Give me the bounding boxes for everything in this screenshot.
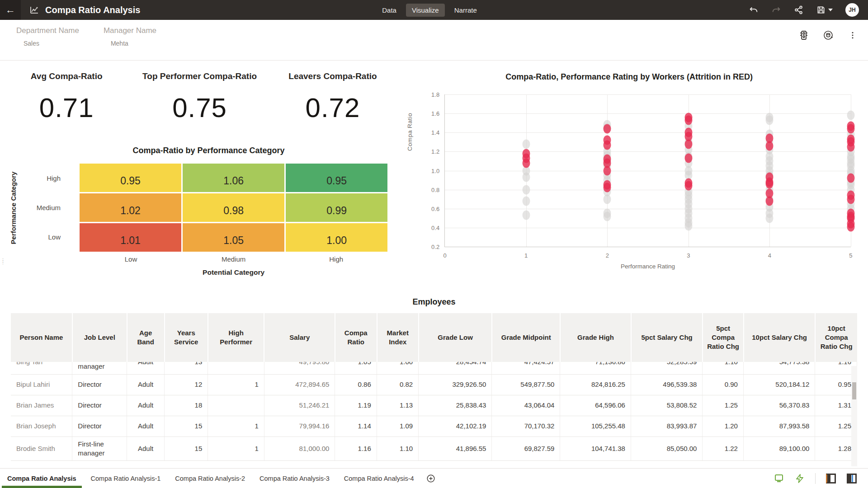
table-cell[interactable]: Brian James bbox=[11, 395, 72, 416]
attrition-dot[interactable] bbox=[766, 196, 774, 206]
table-cell[interactable]: Adult bbox=[127, 362, 165, 374]
table-cell[interactable]: Brian Joseph bbox=[11, 416, 72, 436]
table-cell[interactable]: 0.90 bbox=[703, 374, 744, 395]
table-scrollbar-thumb[interactable] bbox=[852, 382, 856, 399]
table-cell[interactable]: 41,896.55 bbox=[419, 436, 492, 461]
table-column-header[interactable]: Job Level bbox=[72, 313, 127, 362]
worker-dot[interactable] bbox=[522, 173, 530, 182]
canvas-tab[interactable]: Compa Ratio Analysis-4 bbox=[337, 469, 421, 488]
mode-tab-data[interactable]: Data bbox=[376, 4, 402, 17]
table-cell[interactable]: 51,246.21 bbox=[264, 395, 335, 416]
table-column-header[interactable]: Grade Low bbox=[419, 313, 492, 362]
canvas-tab[interactable]: Compa Ratio Analysis bbox=[0, 469, 84, 488]
share-icon[interactable] bbox=[794, 5, 804, 15]
table-cell[interactable]: 496,539.38 bbox=[631, 374, 702, 395]
filter-chip[interactable]: Manager Name Mehta bbox=[104, 26, 156, 47]
attrition-dot[interactable] bbox=[684, 181, 692, 191]
table-cell[interactable]: Adult bbox=[127, 374, 165, 395]
table-cell[interactable]: 1.25 bbox=[815, 416, 857, 436]
canvas-tab[interactable]: Compa Ratio Analysis-3 bbox=[252, 469, 337, 488]
table-cell[interactable]: Director bbox=[72, 395, 127, 416]
worker-dot[interactable] bbox=[766, 115, 774, 125]
table-cell[interactable]: 1.16 bbox=[815, 362, 857, 374]
heatmap-cell[interactable]: 0.95 bbox=[286, 164, 387, 192]
mode-tab-visualize[interactable]: Visualize bbox=[406, 4, 445, 17]
table-cell[interactable]: 25,838.43 bbox=[419, 395, 492, 416]
table-cell[interactable]: Director bbox=[72, 374, 127, 395]
attrition-dot[interactable] bbox=[847, 174, 854, 183]
worker-dot[interactable] bbox=[684, 221, 692, 230]
table-cell[interactable]: 79,994.16 bbox=[264, 416, 335, 436]
table-cell[interactable]: 15 bbox=[165, 416, 208, 436]
table-cell[interactable]: 70,170.32 bbox=[492, 416, 560, 436]
table-cell[interactable]: 0.95 bbox=[815, 374, 857, 395]
refresh-data-icon[interactable] bbox=[823, 30, 834, 41]
heatmap-cell[interactable]: 0.95 bbox=[80, 164, 181, 192]
table-cell[interactable]: 1.31 bbox=[815, 395, 857, 416]
table-cell[interactable]: 1.10 bbox=[377, 436, 418, 461]
attrition-dot[interactable] bbox=[847, 222, 854, 231]
table-cell[interactable]: 15 bbox=[165, 436, 208, 461]
table-cell[interactable] bbox=[208, 395, 264, 416]
worker-dot[interactable] bbox=[522, 185, 530, 194]
table-cell[interactable]: 56,370.83 bbox=[743, 395, 815, 416]
heatmap-cell[interactable]: 0.99 bbox=[286, 193, 387, 222]
heatmap-visual[interactable]: Compa-Ratio by Performance Category Perf… bbox=[0, 146, 399, 277]
table-cell[interactable]: 1.28 bbox=[815, 436, 857, 461]
canvas-resize-handle[interactable]: ⋮⋮ bbox=[0, 259, 3, 263]
table-cell[interactable]: 47,424.57 bbox=[492, 362, 560, 374]
attrition-dot[interactable] bbox=[766, 141, 774, 150]
table-cell[interactable]: 329,926.50 bbox=[419, 374, 492, 395]
table-cell[interactable]: 64,596.06 bbox=[560, 395, 631, 416]
layout-left-panel-icon[interactable] bbox=[826, 473, 836, 484]
heatmap-cell[interactable]: 0.98 bbox=[183, 193, 284, 222]
table-cell[interactable]: 1.13 bbox=[377, 395, 418, 416]
table-column-header[interactable]: 5pct Salary Chg bbox=[631, 313, 703, 362]
table-cell[interactable]: 520,184.12 bbox=[743, 374, 815, 395]
worker-dot[interactable] bbox=[522, 196, 530, 206]
worker-dot[interactable] bbox=[766, 213, 774, 223]
table-cell[interactable]: 83,993.87 bbox=[631, 416, 702, 436]
table-cell[interactable]: Director bbox=[72, 416, 127, 436]
table-cell[interactable]: 549,877.50 bbox=[492, 374, 560, 395]
table-cell[interactable]: 54,775.38 bbox=[743, 362, 815, 374]
attrition-dot[interactable] bbox=[684, 115, 692, 125]
table-column-header[interactable]: High Performer bbox=[208, 313, 264, 362]
worker-dot[interactable] bbox=[522, 139, 530, 149]
heatmap-cell[interactable]: 1.06 bbox=[183, 164, 284, 192]
table-cell[interactable]: 12 bbox=[165, 374, 208, 395]
table-cell[interactable] bbox=[208, 362, 264, 374]
user-avatar[interactable]: JH bbox=[845, 3, 859, 17]
table-column-header[interactable]: 10pct Salary Chg bbox=[744, 313, 816, 362]
mode-tab-narrate[interactable]: Narrate bbox=[448, 4, 483, 17]
filter-chip[interactable]: Department Name Sales bbox=[16, 26, 79, 47]
attrition-dot[interactable] bbox=[604, 183, 611, 192]
limit-values-icon[interactable] bbox=[798, 30, 809, 41]
table-column-header[interactable]: Age Band bbox=[127, 313, 165, 362]
table-cell[interactable]: 81,000.00 bbox=[264, 436, 335, 461]
table-cell[interactable]: 1.25 bbox=[703, 395, 744, 416]
heatmap-cell[interactable]: 1.05 bbox=[183, 223, 284, 252]
table-cell[interactable]: 1.00 bbox=[377, 362, 418, 374]
present-icon[interactable] bbox=[774, 473, 784, 484]
table-cell[interactable]: Brodie Smith bbox=[11, 436, 72, 461]
save-caret-icon[interactable] bbox=[828, 9, 833, 11]
table-cell[interactable]: 1 bbox=[208, 436, 264, 461]
worker-dot[interactable] bbox=[847, 111, 854, 120]
table-cell[interactable]: 89,100.00 bbox=[743, 436, 815, 461]
worker-dot[interactable] bbox=[522, 211, 530, 220]
table-column-header[interactable]: 10pct Compa Ratio Chg bbox=[815, 313, 857, 362]
table-cell[interactable]: 1.09 bbox=[377, 416, 418, 436]
table-cell[interactable]: Bipul Lahiri bbox=[11, 374, 72, 395]
scatter-visual[interactable]: Compa-Ratio, Performance Rating by Worke… bbox=[399, 61, 868, 292]
table-cell[interactable]: 43,064.04 bbox=[492, 395, 560, 416]
table-cell[interactable]: Bing Tan bbox=[11, 362, 72, 374]
table-cell[interactable]: 28,454.74 bbox=[419, 362, 492, 374]
table-column-header[interactable]: Person Name bbox=[11, 313, 72, 362]
add-canvas-button[interactable] bbox=[421, 469, 440, 488]
table-cell[interactable]: First-line manager bbox=[72, 436, 127, 461]
attrition-dot[interactable] bbox=[847, 124, 854, 133]
worker-dot[interactable] bbox=[604, 194, 611, 204]
kpi-tile[interactable]: Leavers Compa-Ratio 0.72 bbox=[266, 68, 399, 123]
table-column-header[interactable]: 5pct Compa Ratio Chg bbox=[703, 313, 744, 362]
